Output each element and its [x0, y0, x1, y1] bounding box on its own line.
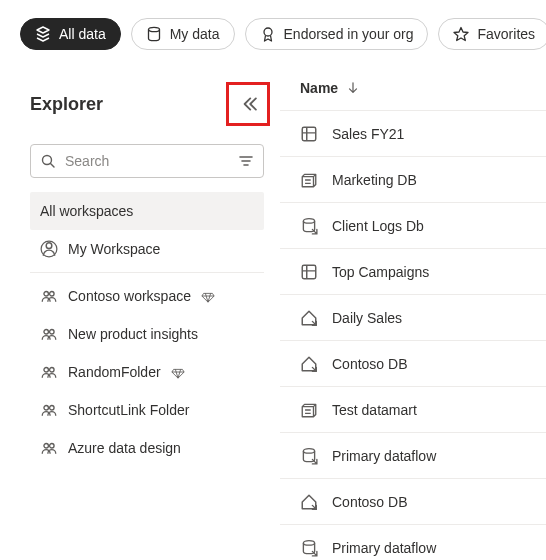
pill-label: Endorsed in your org [284, 26, 414, 42]
house-icon [300, 309, 318, 327]
workspace-item[interactable]: Azure data design [30, 429, 264, 467]
filter-all-data[interactable]: All data [20, 18, 121, 50]
cylinder-icon [146, 26, 162, 42]
data-list: Sales FY21 Marketing DB Client Logs Db T… [280, 110, 546, 560]
filter-my-data[interactable]: My data [131, 18, 235, 50]
item-label: RandomFolder [68, 364, 161, 380]
pill-label: Favorites [477, 26, 535, 42]
diamond-icon [171, 365, 185, 379]
person-icon [40, 240, 58, 258]
data-row[interactable]: Client Logs Db [280, 202, 546, 248]
item-label: Contoso workspace [68, 288, 191, 304]
filter-favorites[interactable]: Favorites [438, 18, 546, 50]
group-icon [40, 439, 58, 457]
stack-icon [35, 26, 51, 42]
filter-endorsed[interactable]: Endorsed in your org [245, 18, 429, 50]
data-row[interactable]: Contoso DB [280, 478, 546, 524]
collapse-explorer-button[interactable] [226, 82, 270, 126]
house-icon [300, 355, 318, 373]
row-label: Daily Sales [332, 310, 402, 326]
workspace-item[interactable]: New product insights [30, 315, 264, 353]
datamart-icon [300, 401, 318, 419]
diamond-icon [201, 289, 215, 303]
row-label: Sales FY21 [332, 126, 404, 142]
column-header-name[interactable]: Name [280, 80, 546, 110]
search-input[interactable] [30, 144, 264, 178]
group-icon [40, 325, 58, 343]
item-label: Azure data design [68, 440, 181, 456]
sort-arrow-icon [346, 81, 360, 95]
row-label: Contoso DB [332, 356, 407, 372]
row-label: Marketing DB [332, 172, 417, 188]
data-row[interactable]: Primary dataflow [280, 524, 546, 560]
item-label: New product insights [68, 326, 198, 342]
search-icon [40, 153, 56, 169]
group-icon [40, 401, 58, 419]
workspace-item[interactable]: RandomFolder [30, 353, 264, 391]
dataset-icon [300, 125, 318, 143]
row-label: Client Logs Db [332, 218, 424, 234]
datamart-icon [300, 171, 318, 189]
row-label: Primary dataflow [332, 448, 436, 464]
pill-label: My data [170, 26, 220, 42]
pill-label: All data [59, 26, 106, 42]
data-row[interactable]: Sales FY21 [280, 110, 546, 156]
item-label: ShortcutLink Folder [68, 402, 189, 418]
workspace-item[interactable]: ShortcutLink Folder [30, 391, 264, 429]
item-label: My Workspace [68, 241, 160, 257]
dataflow-icon [300, 217, 318, 235]
data-row[interactable]: Test datamart [280, 386, 546, 432]
row-label: Test datamart [332, 402, 417, 418]
workspace-item[interactable]: Contoso workspace [30, 277, 264, 315]
house-icon [300, 493, 318, 511]
group-icon [40, 363, 58, 381]
data-row[interactable]: Top Campaigns [280, 248, 546, 294]
data-panel: Name Sales FY21 Marketing DB Client Logs… [280, 62, 546, 560]
header-label: Name [300, 80, 338, 96]
row-label: Contoso DB [332, 494, 407, 510]
group-icon [40, 287, 58, 305]
data-row[interactable]: Marketing DB [280, 156, 546, 202]
data-row[interactable]: Primary dataflow [280, 432, 546, 478]
workspace-list: All workspaces My Workspace Contoso work… [30, 192, 264, 467]
row-label: Top Campaigns [332, 264, 429, 280]
filter-icon[interactable] [238, 153, 254, 169]
explorer-panel: Explorer All workspaces My Workspace Con… [0, 62, 280, 560]
chevrons-left-icon [239, 95, 257, 113]
dataflow-icon [300, 539, 318, 557]
row-label: Primary dataflow [332, 540, 436, 556]
ribbon-icon [260, 26, 276, 42]
filter-pills: All data My data Endorsed in your org Fa… [0, 0, 546, 62]
explorer-title: Explorer [30, 94, 103, 115]
item-label: All workspaces [40, 203, 133, 219]
data-row[interactable]: Contoso DB [280, 340, 546, 386]
dataset-icon [300, 263, 318, 281]
workspace-item[interactable]: My Workspace [30, 230, 264, 268]
divider [30, 272, 264, 273]
star-icon [453, 26, 469, 42]
dataflow-icon [300, 447, 318, 465]
data-row[interactable]: Daily Sales [280, 294, 546, 340]
all-workspaces-item[interactable]: All workspaces [30, 192, 264, 230]
